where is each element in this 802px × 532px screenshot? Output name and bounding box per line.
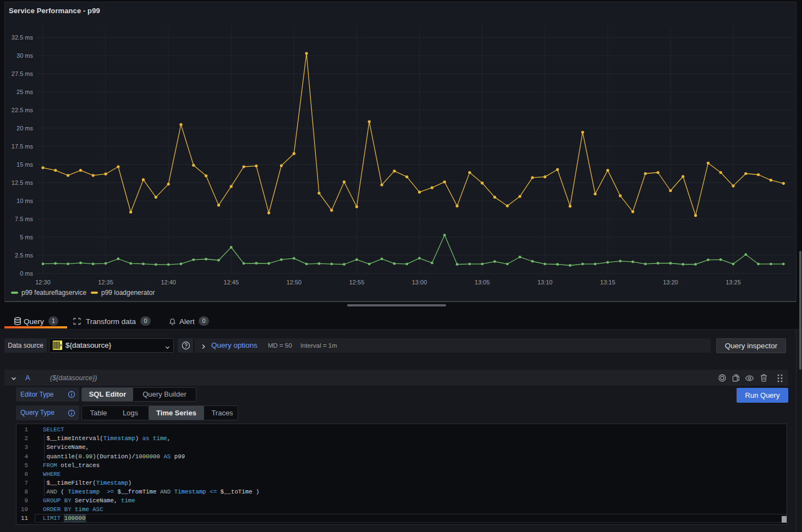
svg-text:20 ms: 20 ms	[17, 125, 33, 131]
svg-text:22.5 ms: 22.5 ms	[12, 107, 34, 113]
svg-text:13:15: 13:15	[600, 279, 616, 286]
svg-text:25 ms: 25 ms	[17, 89, 33, 95]
svg-text:13:10: 13:10	[537, 279, 553, 286]
svg-text:27.5 ms: 27.5 ms	[12, 70, 34, 77]
svg-text:13:25: 13:25	[726, 279, 741, 286]
svg-text:13:20: 13:20	[663, 279, 678, 286]
svg-text:30 ms: 30 ms	[17, 52, 33, 59]
svg-text:13:00: 13:00	[412, 279, 427, 286]
svg-text:32.5 ms: 32.5 ms	[12, 34, 34, 41]
svg-text:10 ms: 10 ms	[17, 198, 33, 204]
svg-text:13:05: 13:05	[475, 279, 490, 286]
svg-text:17.5 ms: 17.5 ms	[12, 143, 34, 150]
svg-text:12:55: 12:55	[349, 279, 365, 286]
svg-text:12:50: 12:50	[287, 279, 302, 286]
svg-text:7.5 ms: 7.5 ms	[15, 216, 34, 222]
svg-text:15 ms: 15 ms	[17, 161, 33, 168]
svg-text:12:40: 12:40	[161, 279, 176, 286]
svg-text:2.5 ms: 2.5 ms	[15, 252, 34, 259]
svg-text:0 ms: 0 ms	[20, 270, 33, 277]
svg-text:12:30: 12:30	[35, 279, 51, 286]
svg-text:12:45: 12:45	[224, 279, 239, 286]
svg-text:12:35: 12:35	[98, 279, 113, 286]
svg-text:12.5 ms: 12.5 ms	[12, 179, 34, 186]
svg-text:5 ms: 5 ms	[20, 234, 33, 240]
